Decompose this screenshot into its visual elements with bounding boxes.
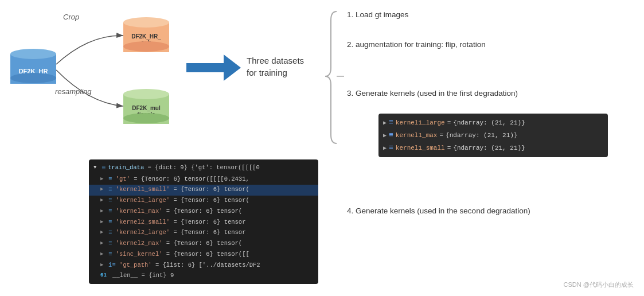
df2k-multi-cylinder: DF2K_mul tiscale (123, 89, 169, 123)
code-line-3: ▶ ≡ 'kernel1_large' = {Tensor: 6} tensor… (89, 196, 318, 207)
code-key-8: 'sinc_kernel' (112, 250, 162, 259)
code-key-2: 'kernel1_small' (112, 185, 170, 194)
kernel-line-1: ▶ ≡ kernel1_large = {ndarray: (21, 21)} (383, 116, 603, 129)
kernel-block: ▶ ≡ kernel1_large = {ndarray: (21, 21)} … (378, 114, 608, 157)
code-line-6: ▶ ≡ 'kernel2_large' = {Tensor: 6} tensor (89, 228, 318, 239)
watermark: CSDN @代码小白的成长 (564, 281, 634, 289)
eq-icon-3: ≡ (389, 142, 393, 154)
kernel1-max-var: kernel1_max (396, 130, 438, 141)
item3: 3. Generate kernels (used in the first d… (347, 89, 518, 98)
kernel1-large-var: kernel1_large (396, 118, 445, 128)
three-datasets-label: Three datasets for training (247, 54, 304, 79)
resample-label: resampling (55, 87, 92, 96)
code-key-4: 'kernel1_max' (112, 207, 162, 216)
code-line-10: 01 __len__ = {int} 9 (89, 271, 318, 282)
kernel-line-2: ▶ ≡ kernel1_max = {ndarray: (21, 21)} (383, 129, 603, 142)
code-key-7: 'kernel2_max' (112, 239, 162, 248)
code-line-5: ▶ ≡ 'kernel2_small' = {Tensor: 6} tensor (89, 217, 318, 228)
eq-icon-1: ≡ (389, 116, 393, 129)
item2: 2. augmentation for training: flip, rota… (347, 40, 486, 49)
tri-icon-2: ▶ (383, 131, 387, 141)
code-key-6: 'kernel2_large' (112, 228, 170, 237)
code-panel: ▼ ≡ train_data = {dict: 9} {'gt': tensor… (89, 159, 318, 284)
df2k-sub-cylinder: DF2K_HR_ sub (123, 17, 169, 52)
code-line-1: ▶ ≡ 'gt' = {Tensor: 6} tensor([[[[0.2431… (89, 174, 318, 185)
item4: 4. Generate kernels (used in the second … (347, 207, 530, 215)
code-line-9: ▶ i≡ 'gt_path' = {list: 6} ['../datasets… (89, 260, 318, 271)
code-line-0: ▼ ≡ train_data = {dict: 9} {'gt': tensor… (89, 162, 318, 174)
code-key-10: __len__ (109, 271, 138, 281)
code-line-8: ▶ ≡ 'sinc_kernel' = {Tensor: 6} tensor([… (89, 249, 318, 260)
eq-icon-2: ≡ (389, 129, 393, 142)
svg-marker-2 (186, 54, 241, 81)
kernel1-small-var: kernel1_small (396, 143, 445, 154)
code-line-2: ▶ ≡ 'kernel1_small' = {Tensor: 6} tensor… (89, 185, 318, 196)
code-key-5: 'kernel2_small' (112, 218, 170, 227)
tri-icon-3: ▶ (383, 143, 387, 153)
crop-label: Crop (63, 13, 79, 21)
code-val-0: = {dict: 9} {'gt': tensor([[[[0 (144, 163, 260, 173)
code-tri-0: ▼ (93, 164, 99, 172)
df2k-hr-cylinder: DF2K_HR (10, 49, 56, 83)
code-key-9: 'gt_path' (116, 261, 152, 270)
code-line-4: ▶ ≡ 'kernel1_max' = {Tensor: 6} tensor( (89, 206, 318, 217)
tri-icon-1: ▶ (383, 118, 387, 128)
code-key-3: 'kernel1_large' (112, 196, 170, 205)
code-key-1: 'gt' (112, 175, 130, 184)
code-eq-0: ≡ (102, 163, 106, 173)
code-key-0: train_data (108, 163, 144, 173)
code-line-7: ▶ ≡ 'kernel2_max' = {Tensor: 6} tensor( (89, 239, 318, 250)
item1: 1. Load gt images (347, 10, 408, 19)
list-icon: i≡ (108, 261, 116, 270)
main-canvas: DF2K_HR Crop resampling DF2K_HR_ sub DF2… (0, 0, 644, 296)
kernel-line-3: ▶ ≡ kernel1_small = {ndarray: (21, 21)} (383, 142, 603, 154)
